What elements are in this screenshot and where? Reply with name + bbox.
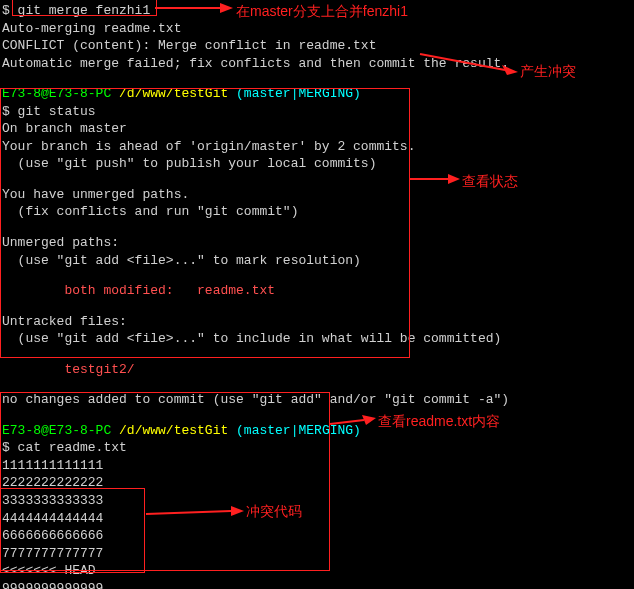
prompt-branch: (master|MERGING)	[236, 86, 361, 101]
output-line: CONFLICT (content): Merge conflict in re…	[2, 37, 632, 55]
output-line: (fix conflicts and run "git commit")	[2, 203, 632, 221]
prompt-branch: (master|MERGING)	[236, 423, 361, 438]
output-line: both modified: readme.txt	[2, 282, 632, 300]
cmd-merge: $ git merge fenzhi1	[2, 2, 632, 20]
output-line: On branch master	[2, 120, 632, 138]
output-line: Your branch is ahead of 'origin/master' …	[2, 138, 632, 156]
blank-line	[2, 409, 632, 422]
output-line: 2222222222222	[2, 474, 632, 492]
output-line: 3333333333333	[2, 492, 632, 510]
prompt-path: /d/www/testGit	[119, 86, 236, 101]
blank-line	[2, 269, 632, 282]
output-line: 9999999999999	[2, 580, 632, 589]
prompt-user: E73-8@E73-8-PC	[2, 86, 119, 101]
output-line: (use "git push" to publish your local co…	[2, 155, 632, 173]
blank-line	[2, 72, 632, 85]
blank-line	[2, 300, 632, 313]
cmd-status: $ git status	[2, 103, 632, 121]
prompt-user: E73-8@E73-8-PC	[2, 423, 119, 438]
blank-line	[2, 173, 632, 186]
output-line: testgit2/	[2, 361, 632, 379]
output-line: Untracked files:	[2, 313, 632, 331]
terminal-output: $ git merge fenzhi1 Auto-merging readme.…	[2, 2, 632, 589]
output-line: Auto-merging readme.txt	[2, 20, 632, 38]
blank-line	[2, 221, 632, 234]
output-line: (use "git add <file>..." to include in w…	[2, 330, 632, 348]
output-line: <<<<<<< HEAD	[2, 562, 632, 580]
blank-line	[2, 378, 632, 391]
prompt-line: E73-8@E73-8-PC /d/www/testGit (master|ME…	[2, 422, 632, 440]
output-line: 4444444444444	[2, 510, 632, 528]
output-line: 7777777777777	[2, 545, 632, 563]
output-line: no changes added to commit (use "git add…	[2, 391, 632, 409]
blank-line	[2, 348, 632, 361]
output-line: 1111111111111	[2, 457, 632, 475]
output-line: Unmerged paths:	[2, 234, 632, 252]
output-line: You have unmerged paths.	[2, 186, 632, 204]
output-line: 6666666666666	[2, 527, 632, 545]
cmd-cat: $ cat readme.txt	[2, 439, 632, 457]
prompt-path: /d/www/testGit	[119, 423, 236, 438]
output-line: (use "git add <file>..." to mark resolut…	[2, 252, 632, 270]
prompt-line: E73-8@E73-8-PC /d/www/testGit (master|ME…	[2, 85, 632, 103]
output-line: Automatic merge failed; fix conflicts an…	[2, 55, 632, 73]
